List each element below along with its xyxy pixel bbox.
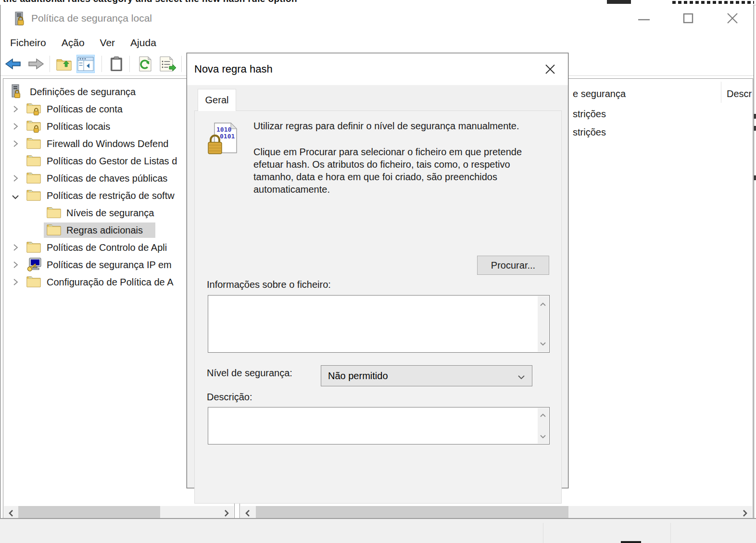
properties-button[interactable]: [107, 55, 126, 73]
folder-icon: [26, 241, 41, 255]
background-edge-fragment: [754, 175, 756, 180]
background-clipped-text: the additional rules category and select…: [3, 0, 297, 4]
description-label: Descrição:: [207, 392, 252, 403]
tree-item-label: Firewall do Windows Defend: [47, 135, 168, 152]
security-level-value: Não permitido: [328, 366, 388, 386]
folder-icon: [26, 189, 41, 203]
tree-item-label: Políticas locais: [47, 118, 110, 135]
close-button[interactable]: [724, 10, 741, 27]
background-edge-fragment: [754, 126, 756, 131]
up-one-level-icon: [56, 57, 73, 71]
toolbar-separator: [50, 56, 50, 72]
column-header-nivel-seguranca[interactable]: e segurança: [573, 88, 626, 99]
menu-ajuda[interactable]: Ajuda: [130, 37, 156, 49]
security-level-label: Nível de segurança:: [207, 368, 292, 379]
title-bar[interactable]: Política de segurança local: [0, 5, 754, 34]
status-divider: [543, 523, 543, 543]
background-edge-fragment: [754, 114, 756, 119]
background-dark-fragment: [607, 0, 631, 4]
status-divider: [670, 523, 671, 543]
dialog-title: Nova regra hash: [194, 53, 273, 85]
status-bar: [0, 518, 756, 543]
export-list-icon: [159, 56, 176, 72]
folder-lock-icon: [26, 120, 41, 135]
textarea-scrollbar[interactable]: [538, 296, 549, 352]
tab-geral[interactable]: Geral: [198, 89, 236, 111]
chevron-right-icon[interactable]: [13, 105, 18, 115]
up-one-level-button[interactable]: [55, 55, 74, 73]
tree-item-label: Definições de segurança: [30, 83, 136, 100]
close-icon: [544, 63, 556, 75]
tree-item-label: Políticas de conta: [47, 100, 123, 118]
folder-icon: [26, 154, 41, 169]
chevron-right-icon[interactable]: [13, 123, 18, 132]
forward-icon: [27, 57, 44, 71]
list-row-value[interactable]: strições: [573, 109, 606, 120]
tree-item-label: Regras adicionais: [66, 222, 143, 239]
menu-bar: Ficheiro Ação Ver Ajuda: [0, 34, 754, 52]
description-textarea[interactable]: [208, 407, 550, 444]
folder-icon: [26, 275, 41, 290]
chevron-right-icon[interactable]: [13, 174, 18, 184]
column-divider[interactable]: [721, 82, 721, 103]
maximize-button[interactable]: [680, 11, 696, 26]
dialog-intro-text: Utilizar regras para definir o nível de …: [253, 120, 542, 132]
file-info-label: Informações sobre o ficheiro:: [207, 279, 331, 290]
folder-lock-icon: [26, 102, 41, 118]
tree-item-label: Políticas de chaves públicas: [47, 170, 167, 187]
security-level-combobox[interactable]: Não permitido: [321, 365, 532, 386]
chevron-down-icon[interactable]: [12, 193, 19, 202]
svg-text:0101: 0101: [220, 133, 235, 140]
new-hash-rule-dialog: Nova regra hash Geral 1010 0101: [187, 53, 568, 488]
minimize-button[interactable]: [636, 13, 652, 26]
column-header-descricao[interactable]: Descr: [727, 88, 752, 99]
list-row-value[interactable]: strições: [573, 127, 606, 138]
chevron-right-icon[interactable]: [13, 261, 18, 271]
forward-button[interactable]: [26, 55, 45, 73]
chevron-right-icon[interactable]: [13, 278, 18, 288]
chevron-right-icon[interactable]: [13, 244, 18, 253]
hash-file-lock-icon: 1010 0101: [207, 122, 239, 158]
chevron-down-icon: [517, 373, 525, 382]
menu-ficheiro[interactable]: Ficheiro: [10, 37, 46, 49]
export-list-button[interactable]: [158, 55, 176, 73]
menu-ver[interactable]: Ver: [100, 37, 115, 49]
ipsec-computer-key-icon: [26, 257, 42, 273]
scroll-down-icon[interactable]: [540, 339, 546, 348]
tree-item-label: Níveis de segurança: [66, 204, 154, 222]
screen: the additional rules category and select…: [0, 0, 756, 543]
scroll-up-icon[interactable]: [540, 300, 546, 309]
show-console-tree-icon: [77, 57, 94, 71]
dialog-close-button[interactable]: [542, 61, 558, 77]
background-text-fragment: [672, 1, 754, 4]
tree-item-label: Políticas de segurança IP em: [47, 256, 172, 273]
tab-page-geral: 1010 0101 Utilizar regras para definir o…: [194, 111, 562, 504]
scroll-up-icon[interactable]: [540, 411, 546, 420]
dialog-tab-strip: Geral: [187, 85, 568, 111]
tree-item-label: Políticas do Gestor de Listas d: [47, 152, 177, 170]
back-button[interactable]: [4, 55, 23, 73]
toolbar-separator: [181, 56, 182, 72]
toolbar-separator: [129, 56, 130, 72]
tree-item-label: Políticas de restrição de softw: [47, 187, 175, 204]
chevron-right-icon[interactable]: [13, 140, 18, 149]
file-info-textarea[interactable]: [208, 295, 550, 353]
browse-button[interactable]: Procurar...: [477, 256, 549, 275]
folder-icon: [26, 172, 41, 186]
dialog-body-text: Clique em Procurar para selecionar o fic…: [253, 146, 540, 196]
textarea-scrollbar[interactable]: [538, 408, 549, 444]
dialog-title-bar[interactable]: Nova regra hash: [187, 53, 568, 85]
tree-item-label: Configuração de Política de A: [47, 273, 174, 291]
window-title: Política de segurança local: [31, 12, 152, 24]
tree-item-label: Políticas de Controlo de Apli: [47, 239, 167, 256]
scroll-down-icon[interactable]: [540, 432, 546, 441]
folder-icon: [47, 206, 61, 221]
refresh-button[interactable]: [136, 55, 154, 73]
refresh-icon: [138, 56, 153, 72]
folder-icon: [26, 137, 41, 151]
security-settings-icon: [10, 84, 23, 101]
menu-acao[interactable]: Ação: [62, 37, 85, 49]
show-console-tree-button[interactable]: [76, 55, 95, 73]
app-icon: [13, 12, 26, 29]
clipboard-icon: [110, 56, 123, 72]
